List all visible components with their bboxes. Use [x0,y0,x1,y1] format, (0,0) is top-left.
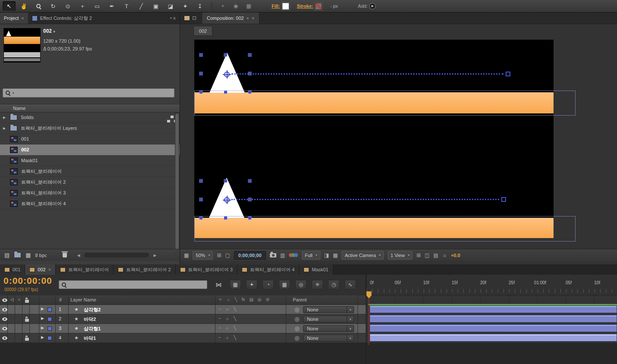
selection-handle[interactable] [199,198,203,201]
auto-keyframe-icon[interactable]: ◷ [328,280,339,289]
parent-dropdown[interactable]: None ▾ [303,325,354,332]
pen-tool-icon[interactable]: ✒ [105,1,118,11]
close-icon[interactable]: × [252,16,254,21]
shy-toggle-icon[interactable]: − [218,335,221,340]
quality-toggle-icon[interactable]: ☼ [225,316,229,321]
timeline-track-area[interactable] [366,295,617,343]
resolution-dropdown[interactable]: Full▾ [302,251,320,260]
chevron-down-icon[interactable]: ▾ [247,16,249,20]
layer-name[interactable]: 바닥2 [84,316,96,323]
motion-blur-icon[interactable]: ◎ [295,280,307,289]
number-column-label[interactable]: # [59,297,62,302]
lock-panel-icon[interactable]: ⊡ [192,15,196,21]
add-label[interactable]: Add: [358,3,368,9]
snapshot-camera-icon[interactable] [270,253,276,257]
preview-comp-name[interactable]: 002 ▾ [43,28,55,34]
keyframe-endpoint-top[interactable] [506,72,510,76]
eye-icon[interactable] [2,327,7,330]
close-icon[interactable]: × [21,16,24,21]
puppet-pin-tool-icon[interactable]: ↧ [193,1,206,11]
region-of-interest-icon[interactable]: ▢ [225,252,230,258]
pick-whip-icon[interactable]: ◎ [294,316,299,322]
label-color-swatch[interactable] [47,326,52,331]
pixel-aspect-icon[interactable]: ⊞ [416,252,421,258]
anchor-point-icon-top[interactable] [224,72,230,77]
transparency-grid-icon[interactable]: ▦ [333,252,338,258]
rotation-tool-icon[interactable]: ↻ [47,1,60,11]
selection-tool-icon[interactable]: ↖ [3,1,16,11]
parent-dropdown[interactable]: None ▾ [303,306,354,313]
horizontal-scrollbar[interactable] [84,253,149,257]
timeline-tab-mask01[interactable]: Mask01 [299,264,333,275]
twirl-icon[interactable]: ▶ [41,316,44,320]
pick-whip-icon[interactable]: ◎ [294,306,299,313]
color-depth-icon[interactable]: ▦ [25,252,31,258]
scrollbar-thumb[interactable] [175,113,179,256]
selection-handle[interactable] [199,53,203,56]
parent-dropdown[interactable]: None ▾ [303,335,354,342]
adjustment-switch-icon[interactable]: ⊘ [266,297,269,302]
rulers-icon[interactable]: ▤ [433,252,438,258]
list-item-layers-folder[interactable]: ▶ 트랙터_분리레이어 Layers [0,123,180,134]
eye-icon[interactable] [2,317,7,321]
stroke-width-label[interactable]: - px [330,3,338,9]
mini-flowchart-icon[interactable]: ⋈ [215,281,221,288]
lock-icon[interactable] [25,338,29,341]
layer-duration-bar-3[interactable] [370,324,617,332]
draft-3d-icon[interactable]: ✦ [246,280,257,289]
shy-switch-icon[interactable]: ✧ [218,297,222,302]
lock-column-icon[interactable] [25,300,29,303]
label-color-swatch[interactable] [47,317,52,321]
layer-name[interactable]: 바닥1 [84,335,96,342]
scroll-right-icon[interactable]: ▶ [153,253,156,257]
quality-slash-icon[interactable]: ╲ [234,307,236,311]
safe-zones-icon[interactable]: ⊞ [217,252,221,258]
timeline-tab-tractor-2[interactable]: 트랙터_분리레이어 2 [114,264,175,275]
label-color-swatch[interactable] [47,308,52,312]
quality-switch-icon[interactable]: ╲ [235,297,237,302]
region-icon[interactable]: ◨ [324,252,329,258]
layer-duration-bar-4[interactable] [370,334,617,342]
hand-tool-icon[interactable]: ✌ [17,1,30,11]
add-button-icon[interactable]: ▶ [369,3,376,9]
video-column-eye-icon[interactable] [2,298,7,302]
new-folder-icon[interactable] [14,252,21,258]
eye-icon[interactable] [2,308,7,311]
camera-view-dropdown[interactable]: Active Camera▾ [342,251,383,260]
selection-handle[interactable] [199,72,203,75]
twirl-icon[interactable]: ▶ [3,116,8,119]
timeline-tab-tractor-3[interactable]: 트랙터_분리레이어 3 [176,264,237,275]
live-update-icon[interactable]: ▦ [230,280,241,289]
quality-toggle-icon[interactable]: ☼ [225,335,229,340]
clone-stamp-tool-icon[interactable]: ▣ [149,1,162,11]
viewer-timecode[interactable]: 0;00;00;00 [234,251,266,260]
name-column-header[interactable]: Name [0,104,180,113]
graph-editor-icon[interactable]: ∿ [345,280,356,289]
frame-blending-icon[interactable]: ▩ [279,280,290,289]
show-snapshot-icon[interactable]: ▥ [280,252,285,258]
lock-icon[interactable] [25,319,29,322]
project-flowchart-icon[interactable] [171,116,174,118]
brush-tool-icon[interactable]: ╱ [135,1,148,11]
view-layout-dropdown[interactable]: 1 View▾ [388,251,413,260]
list-item-tractor[interactable]: 트랙터_분리레이어 [0,166,180,177]
camera-tool-icon[interactable]: ⊙ [61,1,74,11]
guides-icon[interactable]: ◫ [424,252,429,258]
grid-icon[interactable]: ▦ [184,252,189,258]
time-ruler[interactable]: 0f 05f 10f 15f 20f 25f 01:00f 05f 10f [366,275,617,295]
anchor-point-icon-bottom[interactable] [224,197,230,203]
shy-toggle-icon[interactable]: − [218,326,221,330]
quality-slash-icon[interactable]: ╲ [234,316,236,321]
keyframe-endpoint-bottom[interactable] [501,197,506,202]
hide-shy-layers-icon[interactable]: ◔ [263,280,274,289]
magnification-dropdown[interactable]: 50%▾ [193,251,213,260]
project-scrollbar[interactable] [175,112,179,261]
parent-column-label[interactable]: Parent [293,297,307,302]
effects-switch-icon[interactable]: fx [242,297,245,302]
list-item-mask01[interactable]: Mask01 [0,155,180,166]
channel-rgb-icon[interactable] [289,253,298,257]
frame-blend-switch-icon[interactable]: ▤ [249,297,253,302]
panel-menu-button[interactable]: ▾ ≡ [166,13,180,24]
quality-toggle-icon[interactable]: ☼ [225,326,229,330]
selection-handle[interactable] [248,53,251,56]
